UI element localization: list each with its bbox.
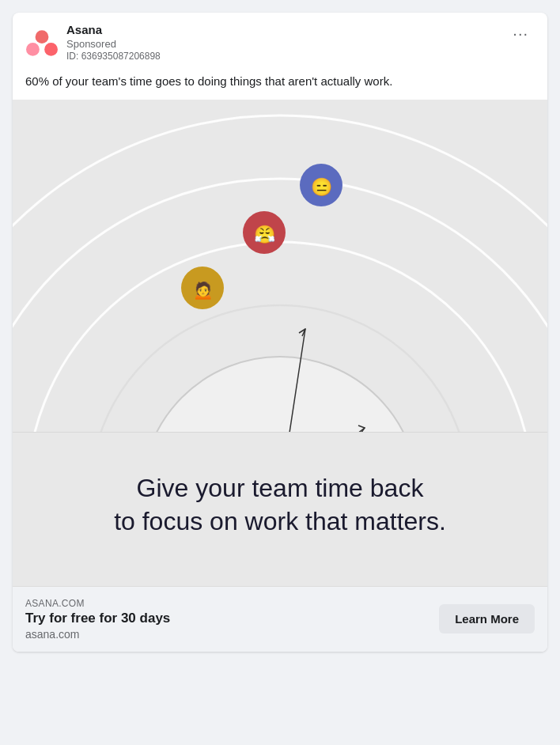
clock-illustration: 😑 😤 🙍	[13, 100, 547, 432]
ad-footer: ASANA.COM Try for free for 30 days asana…	[13, 586, 547, 652]
svg-point-2	[44, 43, 58, 56]
tagline: Give your team time back to focus on wor…	[44, 472, 516, 538]
ad-header: Asana Sponsored ID: 636935087206898 ···	[13, 13, 547, 70]
more-options-button[interactable]: ···	[506, 22, 535, 44]
ad-header-left: Asana Sponsored ID: 636935087206898	[25, 22, 161, 63]
clock-section: 😑 😤 🙍	[13, 100, 547, 432]
ad-id: ID: 636935087206898	[66, 51, 161, 63]
learn-more-button[interactable]: Learn More	[439, 604, 535, 633]
tagline-line2: to focus on work that matters.	[114, 507, 446, 535]
ad-meta: Asana Sponsored ID: 636935087206898	[66, 22, 161, 63]
svg-text:🙍: 🙍	[192, 279, 214, 301]
svg-point-0	[36, 30, 49, 43]
ad-domain: ASANA.COM	[25, 598, 170, 609]
text-section: Give your team time back to focus on wor…	[13, 432, 547, 585]
svg-text:😑: 😑	[311, 176, 333, 198]
ad-card: Asana Sponsored ID: 636935087206898 ··· …	[13, 13, 547, 652]
ad-cta-text: Try for free for 30 days	[25, 610, 170, 627]
svg-point-1	[26, 43, 40, 56]
company-name: Asana	[66, 22, 161, 38]
ad-url: asana.com	[25, 628, 170, 641]
sponsored-label: Sponsored	[66, 38, 161, 51]
svg-text:😤: 😤	[254, 224, 276, 245]
asana-logo	[25, 26, 59, 59]
ad-body-text: 60% of your team's time goes to doing th…	[13, 70, 547, 100]
ad-image-container: 😑 😤 🙍 Give your team time back to focus …	[13, 100, 547, 585]
tagline-line1: Give your team time back	[137, 474, 424, 502]
ad-footer-left: ASANA.COM Try for free for 30 days asana…	[25, 598, 170, 641]
